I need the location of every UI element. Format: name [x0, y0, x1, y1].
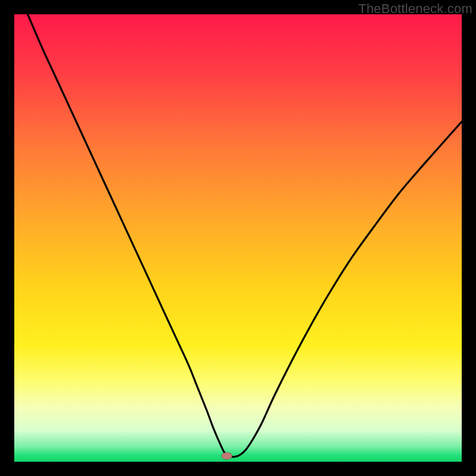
watermark-text: TheBottleneck.com — [358, 1, 472, 17]
chart-frame — [14, 14, 462, 462]
chart-svg — [14, 14, 462, 462]
gradient-background — [14, 14, 462, 462]
plot-area — [14, 14, 462, 462]
optimal-point-marker — [221, 452, 232, 459]
